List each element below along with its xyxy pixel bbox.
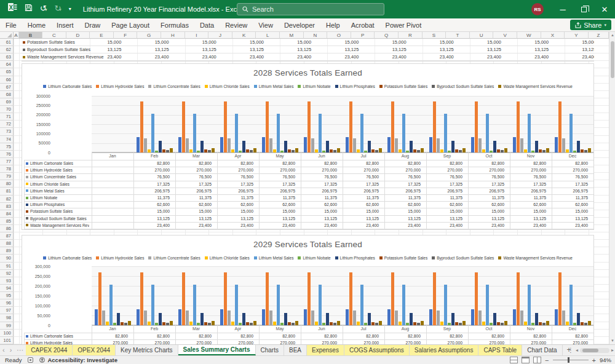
ribbon-tab-home[interactable]: Home (22, 18, 51, 32)
row-header-82[interactable]: 82 (0, 196, 14, 203)
vertical-scroll-thumb[interactable] (611, 41, 614, 78)
column-header-S[interactable]: S (423, 32, 446, 39)
zoom-level[interactable]: 94% (600, 357, 611, 363)
cell-value[interactable]: 15,000 (375, 39, 406, 46)
sheet-tab-opex-2044[interactable]: OPEX 2044 (73, 345, 116, 355)
sheet-tab-expenses[interactable]: Expenses (307, 345, 344, 355)
ribbon-tab-data[interactable]: Data (194, 18, 220, 32)
row-header-83[interactable]: 83 (0, 203, 14, 210)
cell-value[interactable]: 23,400 (185, 53, 216, 61)
chart-2028-services-totals[interactable]: 2028 Services Totals EarnedLithium Carbo… (22, 63, 594, 230)
row-header-75[interactable]: 75 (0, 143, 14, 151)
tab-scroll-right-icon[interactable]: › (7, 345, 15, 355)
row-header-62[interactable]: 62 (0, 46, 14, 53)
normal-view-icon[interactable] (510, 357, 518, 363)
row-header-86[interactable]: 86 (0, 225, 14, 232)
sheet-tab-capex-2044[interactable]: CAPEX 2044 (26, 345, 73, 355)
row-header-61[interactable]: 61 (0, 39, 14, 46)
row-header-63[interactable]: 63 (0, 53, 14, 61)
row-header-69[interactable]: 69 (0, 98, 14, 106)
tab-options-icon[interactable]: ⋮ (568, 347, 574, 354)
zoom-slider[interactable] (553, 360, 589, 360)
column-header-K[interactable]: K (232, 32, 256, 39)
row-header-99[interactable]: 99 (0, 322, 14, 330)
column-header-V[interactable]: V (493, 32, 517, 39)
cell-value[interactable]: 15,000 (327, 39, 359, 46)
row-header-73[interactable]: 73 (0, 128, 14, 135)
row-header-93[interactable]: 93 (0, 277, 14, 285)
column-header-J[interactable]: J (208, 32, 232, 39)
scroll-up-icon[interactable]: ▲ (609, 32, 615, 39)
column-header-R[interactable]: R (399, 32, 423, 39)
row-header-65[interactable]: 65 (0, 68, 14, 76)
sheet-tab-bea[interactable]: BEA (284, 345, 307, 355)
zoom-slider-thumb[interactable] (568, 357, 569, 363)
row-header-68[interactable]: 68 (0, 91, 14, 98)
ribbon-tab-power-pivot[interactable]: Power Pivot (380, 18, 427, 32)
ribbon-tab-formulas[interactable]: Formulas (155, 18, 194, 32)
save-button[interactable] (22, 0, 36, 18)
cell-value[interactable]: 23,400 (470, 53, 501, 61)
row-header-88[interactable]: 88 (0, 240, 14, 247)
row-header-87[interactable]: 87 (0, 232, 14, 240)
cell-value[interactable]: 15,000 (137, 39, 169, 46)
cell-value[interactable]: 13,125 (185, 46, 216, 53)
cell-value[interactable]: 15,000 (517, 39, 549, 46)
row-header-84[interactable]: 84 (0, 210, 14, 218)
ribbon-tab-acrobat[interactable]: Acrobat (346, 18, 380, 32)
cell-value[interactable]: 15,000 (185, 39, 216, 46)
cell-value[interactable]: 15,000 (470, 39, 501, 46)
column-header-B[interactable]: B (19, 32, 42, 39)
column-header-P[interactable]: P (351, 32, 375, 39)
cell-value[interactable]: 23,400 (232, 53, 264, 61)
row-header-79[interactable]: 79 (0, 173, 14, 180)
cell-value[interactable]: 15,000 (232, 39, 264, 46)
select-all-corner[interactable] (0, 32, 14, 39)
page-layout-view-icon[interactable] (522, 357, 530, 363)
minimize-button[interactable]: ─ (552, 0, 573, 18)
avatar[interactable]: RS (531, 3, 544, 15)
redo-caret-icon[interactable]: ▾ (59, 7, 62, 12)
cell-value[interactable]: 13,125 (327, 46, 359, 53)
cell-value[interactable]: 23,400 (280, 53, 311, 61)
cell-value[interactable]: 13,125 (375, 46, 406, 53)
row-header-97[interactable]: 97 (0, 307, 14, 314)
restore-button[interactable] (573, 0, 594, 18)
chart-2029-services-totals[interactable]: 2029 Services Totals EarnedLithium Carbo… (22, 235, 594, 344)
cell-value[interactable]: 23,400 (90, 53, 121, 61)
row-header-80[interactable]: 80 (0, 180, 14, 188)
column-header-Y[interactable]: Y (565, 32, 589, 39)
row-header-101[interactable]: 101 (0, 337, 14, 344)
row-header-76[interactable]: 76 (0, 151, 14, 158)
ribbon-tab-file[interactable]: File (0, 18, 22, 32)
cell-value[interactable]: 23,400 (137, 53, 169, 61)
zoom-in-button[interactable]: + (592, 357, 596, 364)
ribbon-tab-help[interactable]: Help (320, 18, 346, 32)
column-header-N[interactable]: N (304, 32, 328, 39)
cell-value[interactable]: 23,400 (423, 53, 454, 61)
column-header-L[interactable]: L (256, 32, 280, 39)
row-header-98[interactable]: 98 (0, 314, 14, 322)
scroll-down-icon[interactable]: ▼ (609, 338, 615, 344)
search-input[interactable]: Search (237, 3, 384, 15)
ribbon-tab-draw[interactable]: Draw (79, 18, 106, 32)
column-header-E[interactable]: E (90, 32, 114, 39)
customize-qat-button[interactable]: ▾ (66, 0, 74, 18)
column-header-F[interactable]: F (114, 32, 138, 39)
cell-value[interactable]: 15,000 (423, 39, 454, 46)
close-button[interactable]: ✕ (594, 0, 615, 18)
row-header-72[interactable]: 72 (0, 121, 14, 128)
row-header-94[interactable]: 94 (0, 285, 14, 292)
cell-value[interactable]: 13,125 (90, 46, 121, 53)
row-header-74[interactable]: 74 (0, 136, 14, 143)
excel-app-icon[interactable]: X (5, 0, 20, 18)
ribbon-tab-page-layout[interactable]: Page Layout (106, 18, 155, 32)
row-header-70[interactable]: 70 (0, 106, 14, 113)
row-header-71[interactable]: 71 (0, 113, 14, 121)
ribbon-tab-developer[interactable]: Developer (279, 18, 320, 32)
row-header-91[interactable]: 91 (0, 263, 14, 270)
cell-value[interactable]: 15,000 (565, 39, 594, 46)
page-break-view-icon[interactable] (533, 357, 541, 363)
row-header-78[interactable]: 78 (0, 165, 14, 173)
column-header-G[interactable]: G (137, 32, 161, 39)
